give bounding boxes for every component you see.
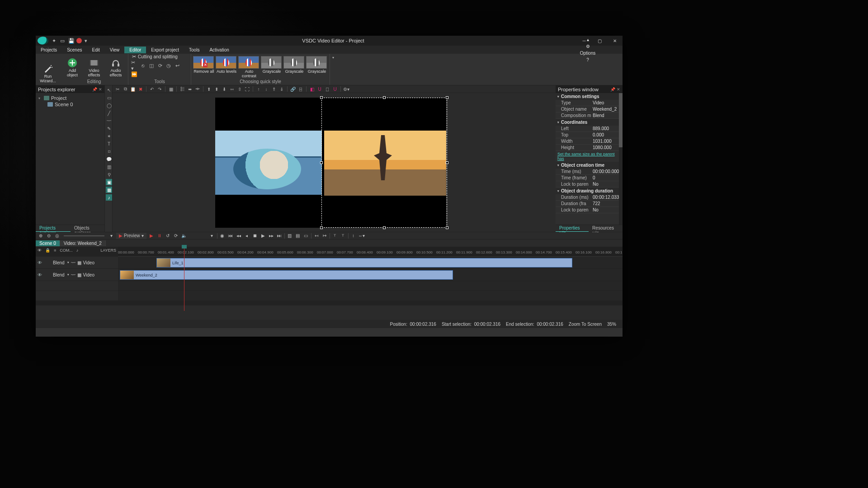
quick-style-0[interactable]: ✕Remove all xyxy=(193,56,215,74)
prop-lock2-value[interactable]: No xyxy=(593,207,621,212)
save-icon[interactable]: 💾 xyxy=(68,38,74,43)
tab-objects-explorer[interactable]: Objects explorer xyxy=(71,225,104,232)
text-icon[interactable]: T xyxy=(106,141,112,147)
marker-icon[interactable]: ◉ xyxy=(219,233,226,239)
spray-icon[interactable]: ✶ xyxy=(106,133,112,139)
tree-scene-node[interactable]: Scene 0 xyxy=(47,101,102,108)
layer-top-icon[interactable]: ⇑ xyxy=(271,86,277,92)
video-tool-icon[interactable]: ▣ xyxy=(106,179,112,185)
align-top-icon[interactable]: ⬆ xyxy=(206,86,212,92)
prop-dur-ms-value[interactable]: 00:00:12.033 xyxy=(593,195,621,200)
dropdown-icon[interactable]: ▾ xyxy=(85,38,90,43)
chevron-down-icon[interactable]: ▾ xyxy=(209,233,215,239)
chart-icon[interactable]: ▥ xyxy=(106,164,112,170)
chevron-icon[interactable]: ▾ xyxy=(38,96,42,100)
clip-life[interactable]: Life_1 xyxy=(156,258,572,267)
copy-tool-icon[interactable]: ⧉ xyxy=(122,86,128,92)
properties-body[interactable]: ▾Common settings TypeVideo Object nameWe… xyxy=(556,93,623,225)
collapse-tl-icon[interactable]: ↔▾ xyxy=(359,233,365,239)
speed-icon[interactable]: ⏩ xyxy=(131,71,137,77)
canvas[interactable] xyxy=(113,93,556,232)
repeat-icon[interactable]: ⟳ xyxy=(173,233,179,239)
chevron-down-icon[interactable]: ▾ xyxy=(67,261,69,264)
menu-scenes[interactable]: Scenes xyxy=(62,47,87,53)
tab-projects-explorer[interactable]: Projects explorer xyxy=(36,225,71,232)
quick-style-4[interactable]: Grayscale xyxy=(283,56,305,74)
timeline-hscroll[interactable] xyxy=(36,301,623,305)
menu-activation[interactable]: Activation xyxy=(204,47,234,53)
handle-nw[interactable] xyxy=(320,96,323,99)
quick-style-1[interactable]: Auto levels xyxy=(216,56,237,74)
layer-down-icon[interactable]: ↓ xyxy=(263,86,269,92)
loop-icon[interactable]: ↺ xyxy=(165,233,171,239)
scrollbar-thumb[interactable] xyxy=(619,93,623,147)
prop-name-value[interactable]: Weekend_2 xyxy=(593,107,621,112)
chevron-down-icon[interactable]: ▾ xyxy=(67,273,69,277)
tab-properties[interactable]: Properties win... xyxy=(556,225,589,232)
pin-icon[interactable]: 📌 xyxy=(92,87,97,92)
align-right-icon[interactable]: ⬲ xyxy=(194,86,201,92)
line-icon[interactable]: ╱ xyxy=(106,110,112,116)
help-icon[interactable]: ? xyxy=(586,57,589,62)
handle-w[interactable] xyxy=(320,161,323,164)
eye-col-icon[interactable]: 👁 xyxy=(36,248,43,253)
go-end-icon[interactable]: ⏭ xyxy=(276,233,283,239)
go-prev-icon[interactable]: ↤ xyxy=(313,233,320,239)
prop-time-frame-value[interactable]: 0 xyxy=(593,175,621,180)
sound-col-icon[interactable]: ♪ xyxy=(75,248,80,253)
settings-gear-icon[interactable]: ⚙▾ xyxy=(343,86,349,92)
video-tab[interactable]: Video: Weekend_2 xyxy=(60,240,106,246)
section-common[interactable]: Common settings xyxy=(561,94,599,99)
menu-projects[interactable]: Projects xyxy=(36,47,62,53)
new-icon[interactable]: ✦ xyxy=(52,38,57,43)
menu-edit[interactable]: Edit xyxy=(87,47,104,53)
rotate-icon[interactable]: ⟳ xyxy=(157,62,163,69)
prop-comp-value[interactable]: Blend xyxy=(593,113,621,118)
audio-effects-button[interactable]: Audio effects xyxy=(105,57,126,78)
go-start-icon[interactable]: ⏮ xyxy=(227,233,234,239)
menu-view[interactable]: View xyxy=(105,47,125,53)
fit-icon[interactable]: ⛶ xyxy=(244,86,250,92)
preview-button[interactable]: ▶ Preview ▾ xyxy=(116,233,146,239)
range-icon[interactable]: ▭ xyxy=(303,233,309,239)
prop-time-ms-value[interactable]: 00:00:00.000 xyxy=(593,169,621,174)
wave-icon[interactable]: 〰 xyxy=(71,260,75,265)
magnet-icon[interactable]: ⸆ xyxy=(340,233,346,239)
video-effects-button[interactable]: Video effects xyxy=(84,57,104,78)
delete-icon[interactable]: ✖ xyxy=(137,86,144,92)
dist-v-icon[interactable]: ⇳ xyxy=(236,86,243,92)
selection-frame[interactable] xyxy=(321,98,447,228)
prop-type-value[interactable]: Video xyxy=(593,100,621,105)
record-icon[interactable] xyxy=(76,38,82,43)
zoom-fit-icon[interactable]: ◎ xyxy=(54,233,60,239)
tab-resources[interactable]: Resources win... xyxy=(589,225,623,232)
run-wizard-button[interactable]: Run Wizard... xyxy=(38,63,58,84)
gear-icon[interactable]: ⚙ xyxy=(586,44,590,49)
handle-s[interactable] xyxy=(383,226,386,229)
play-once-icon[interactable]: ▶ xyxy=(148,233,155,239)
underline-icon[interactable]: ⎕ xyxy=(324,86,330,92)
track-2[interactable]: Weekend_2 xyxy=(118,269,623,281)
handle-se[interactable] xyxy=(446,226,448,229)
handle-n[interactable] xyxy=(383,96,386,99)
zoom-in-icon[interactable]: ⊕ xyxy=(38,233,44,239)
same-size-link[interactable]: Set the same size as the parent has xyxy=(556,151,623,162)
align-left-icon[interactable]: ⬱ xyxy=(179,86,185,92)
italic-icon[interactable]: U xyxy=(316,86,323,92)
cut-split-label[interactable]: Cutting and splitting xyxy=(138,54,178,59)
lock-col-icon[interactable]: 🔒 xyxy=(43,248,52,253)
clip-weekend[interactable]: Weekend_2 xyxy=(120,270,453,280)
redo-icon[interactable]: ↷ xyxy=(156,86,163,92)
cut-icon[interactable]: ✂▾ xyxy=(131,62,137,69)
dist-h-icon[interactable]: ⇿ xyxy=(229,86,235,92)
close-panel-icon[interactable]: ✕ xyxy=(99,87,102,92)
menu-export[interactable]: Export project xyxy=(146,47,184,53)
align-center-icon[interactable]: ⬌ xyxy=(187,86,193,92)
chat-icon[interactable]: 💬 xyxy=(106,156,112,162)
handle-ne[interactable] xyxy=(446,96,448,99)
track-1[interactable]: Life_1 xyxy=(118,257,623,268)
handle-sw[interactable] xyxy=(320,226,323,229)
step-back-icon[interactable]: ◂◂ xyxy=(236,233,242,239)
split-icon[interactable]: ⎋ xyxy=(140,62,146,69)
timeline-ruler[interactable]: 👁 🔒 ≡ COM... ♪ LAYERS 00:00.00000:00.700… xyxy=(36,247,623,257)
